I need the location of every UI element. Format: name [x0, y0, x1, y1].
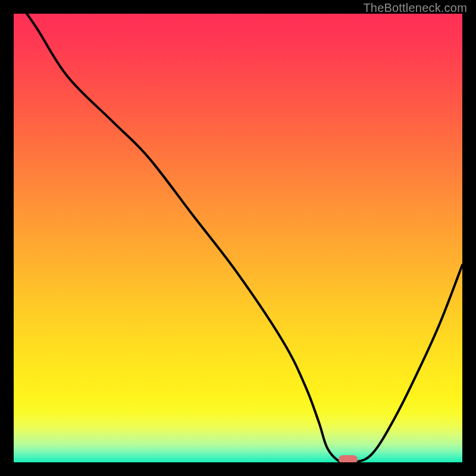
plot-area [14, 14, 462, 462]
chart-frame: TheBottleneck.com [0, 0, 476, 476]
watermark-text: TheBottleneck.com [363, 1, 467, 15]
optimal-point-marker [339, 455, 358, 462]
bottleneck-curve [14, 14, 462, 462]
